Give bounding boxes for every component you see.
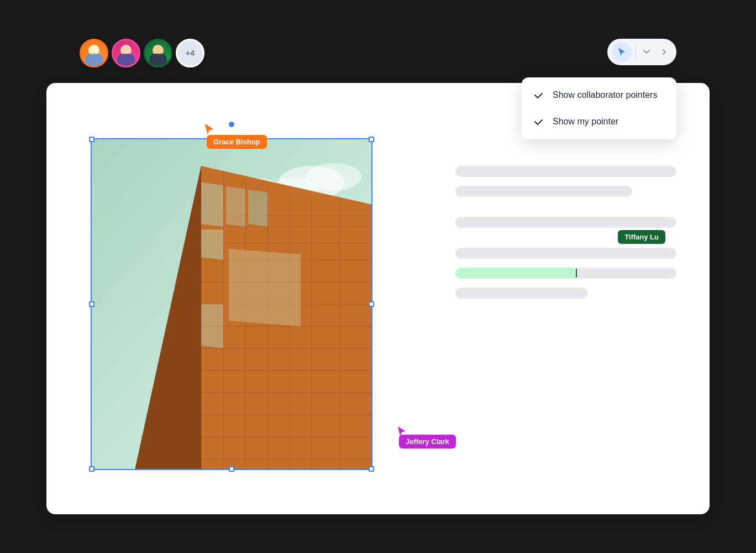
right-content: Tiffany Lu xyxy=(422,127,710,514)
text-line-5 xyxy=(455,288,588,299)
grace-cursor: Grace Bishop xyxy=(201,122,218,142)
text-cursor xyxy=(576,269,577,278)
show-collaborator-pointers-label: Show collaborator pointers xyxy=(553,90,657,100)
check-icon-my-pointer xyxy=(533,116,544,127)
dropdown-item-show-my-pointer[interactable]: Show my pointer xyxy=(522,108,676,135)
main-container: +4 xyxy=(46,39,710,514)
text-input-line[interactable] xyxy=(455,268,676,279)
expand-button[interactable] xyxy=(657,44,672,60)
avatar-2[interactable] xyxy=(112,39,140,67)
tiffany-lu-label: Tiffany Lu xyxy=(618,230,665,244)
toolbar-divider xyxy=(635,45,636,59)
jeffery-clark-label: Jeffery Clark xyxy=(399,435,456,448)
text-line-4 xyxy=(455,248,676,259)
grace-bishop-label: Grace Bishop xyxy=(207,135,267,149)
svg-marker-30 xyxy=(201,304,223,348)
pointer-toolbar xyxy=(607,39,676,65)
svg-marker-27 xyxy=(226,186,245,227)
svg-marker-26 xyxy=(201,182,223,227)
collaborator-bar: +4 xyxy=(80,39,204,67)
image-selection-area[interactable] xyxy=(91,138,372,470)
tiffany-area: Tiffany Lu xyxy=(455,248,676,307)
toolbar-btn-group xyxy=(607,39,676,65)
avatar-3[interactable] xyxy=(144,39,172,67)
dropdown-arrow-button[interactable] xyxy=(639,44,654,60)
avatar-overflow[interactable]: +4 xyxy=(176,39,204,67)
svg-marker-31 xyxy=(229,249,301,326)
text-line-2 xyxy=(455,186,632,197)
canvas-area[interactable]: Grace Bishop Tiffany Lu xyxy=(46,83,710,514)
building-image xyxy=(91,138,372,470)
dropdown-menu: Show collaborator pointers Show my point… xyxy=(522,77,676,139)
text-input-active xyxy=(455,268,577,279)
cursor-icon xyxy=(617,47,627,57)
rotation-handle[interactable] xyxy=(229,122,234,127)
text-line-1 xyxy=(455,166,676,177)
cursor-tool-button[interactable] xyxy=(612,42,632,62)
dropdown-item-show-collaborator-pointers[interactable]: Show collaborator pointers xyxy=(522,82,676,108)
avatar-1[interactable] xyxy=(80,39,108,67)
svg-marker-28 xyxy=(248,190,267,227)
dropdown-chevron-icon xyxy=(643,50,650,54)
building-svg xyxy=(91,138,372,470)
jeffery-cursor: Jeffery Clark xyxy=(395,425,409,442)
text-line-3 xyxy=(455,217,676,228)
check-icon-collaborator xyxy=(533,90,544,101)
chevron-right-icon xyxy=(660,48,668,56)
svg-marker-29 xyxy=(201,229,223,260)
show-my-pointer-label: Show my pointer xyxy=(553,117,618,127)
canvas-inner: Grace Bishop Tiffany Lu xyxy=(46,83,710,514)
